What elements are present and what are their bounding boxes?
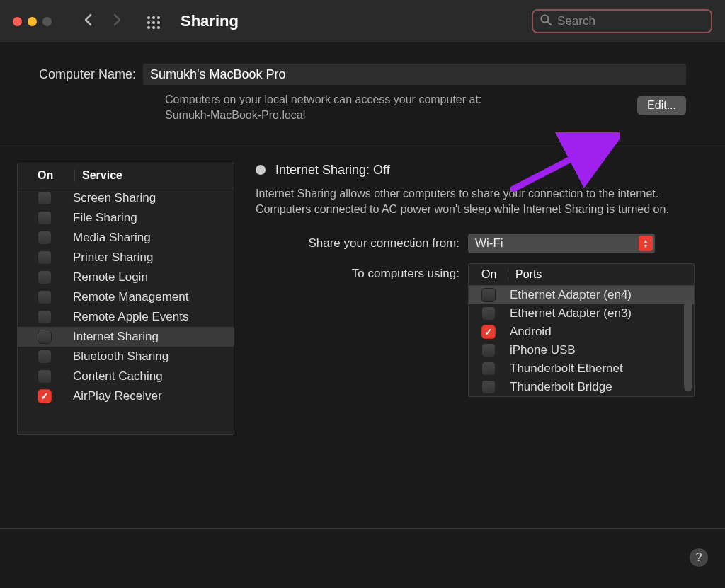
port-label: Ethernet Adapter (en3) [496,306,632,321]
svg-point-3 [147,21,150,24]
service-label: Content Caching [52,369,163,384]
to-computers-label: To computers using: [256,263,468,281]
service-row[interactable]: Bluetooth Sharing [18,347,234,367]
service-checkbox[interactable] [38,250,52,265]
service-checkbox[interactable] [38,350,52,364]
port-checkbox[interactable] [481,380,496,394]
service-row[interactable]: File Sharing [18,208,234,228]
port-row[interactable]: Ethernet Adapter (en4) [469,286,694,304]
service-checkbox[interactable] [38,270,52,284]
main-content: On Service Screen SharingFile SharingMed… [0,163,725,435]
service-checkbox[interactable] [38,191,52,205]
computer-name-section: Computer Name: Computers on your local n… [0,42,725,144]
service-row[interactable]: Content Caching [18,367,234,386]
service-label: Bluetooth Sharing [52,350,169,364]
ports-panel: On Ports Ethernet Adapter (en4)Ethernet … [468,263,695,397]
service-row[interactable]: Remote Login [18,267,234,287]
status-indicator-icon [256,165,266,175]
port-checkbox[interactable] [481,362,496,376]
services-service-header: Service [74,169,122,182]
service-label: Media Sharing [52,231,151,245]
svg-point-8 [157,26,160,29]
port-checkbox[interactable] [481,288,496,302]
port-label: Android [496,325,552,339]
port-label: iPhone USB [496,343,576,357]
svg-point-1 [152,16,155,19]
service-label: AirPlay Receiver [52,389,162,403]
help-button[interactable]: ? [690,548,708,567]
service-label: Remote Management [52,290,188,304]
computer-name-label: Computer Name: [39,67,136,82]
port-row[interactable]: Ethernet Adapter (en3) [469,304,694,323]
ports-on-header: On [469,268,508,281]
window-title: Sharing [181,12,239,30]
services-on-header: On [18,169,74,182]
svg-point-7 [152,26,155,29]
service-checkbox[interactable] [38,330,52,344]
service-row[interactable]: AirPlay Receiver [18,386,234,406]
port-label: Ethernet Adapter (en4) [496,288,632,302]
search-input[interactable] [557,14,704,28]
services-panel: On Service Screen SharingFile SharingMed… [17,163,234,435]
maximize-window-button[interactable] [42,17,52,26]
nav-arrows [84,13,122,30]
port-row[interactable]: Thunderbolt Ethernet [469,359,694,378]
show-all-icon[interactable] [147,13,161,30]
service-checkbox[interactable] [38,231,52,245]
service-checkbox[interactable] [38,369,52,384]
status-description: Internet Sharing allows other computers … [256,186,708,218]
ports-scrollbar[interactable] [684,299,692,391]
port-row[interactable]: Thunderbolt Bridge [469,378,694,396]
status-title: Internet Sharing: Off [275,163,390,178]
select-arrows-icon [639,236,653,251]
forward-button[interactable] [113,13,122,30]
share-from-select[interactable]: Wi-Fi [468,234,655,253]
search-icon [540,14,552,28]
service-label: File Sharing [52,211,137,225]
svg-point-5 [157,21,160,24]
service-label: Remote Login [52,270,148,284]
service-row[interactable]: Internet Sharing [18,327,234,347]
minimize-window-button[interactable] [28,17,37,26]
service-checkbox[interactable] [38,310,52,324]
port-checkbox[interactable] [481,343,496,357]
title-bar: Sharing [0,0,725,42]
service-label: Printer Sharing [52,250,153,265]
service-label: Remote Apple Events [52,310,188,324]
edit-hostname-button[interactable]: Edit... [637,96,686,115]
service-row[interactable]: Media Sharing [18,228,234,248]
service-row[interactable]: Remote Management [18,287,234,307]
service-row[interactable]: Printer Sharing [18,248,234,267]
computer-name-desc-line2: Sumukh-MacBook-Pro.local [165,108,686,123]
svg-point-4 [152,21,155,24]
computer-name-desc-line1: Computers on your local network can acce… [165,92,686,108]
svg-point-6 [147,26,150,29]
service-label: Internet Sharing [52,330,159,344]
svg-point-0 [147,16,150,19]
service-checkbox[interactable] [38,389,52,403]
service-row[interactable]: Remote Apple Events [18,307,234,327]
port-row[interactable]: Android [469,323,694,341]
ports-ports-header: Ports [508,268,542,281]
bottom-divider [0,528,725,529]
service-checkbox[interactable] [38,211,52,225]
service-checkbox[interactable] [38,290,52,304]
search-box[interactable] [532,9,712,33]
port-row[interactable]: iPhone USB [469,341,694,359]
service-label: Screen Sharing [52,191,156,205]
close-window-button[interactable] [13,17,22,26]
back-button[interactable] [84,13,92,30]
computer-name-input[interactable] [143,64,686,85]
share-from-label: Share your connection from: [256,236,468,250]
port-checkbox[interactable] [481,325,496,339]
window-controls [13,17,52,26]
port-label: Thunderbolt Ethernet [496,362,623,376]
service-row[interactable]: Screen Sharing [18,188,234,208]
port-label: Thunderbolt Bridge [496,380,612,394]
section-divider [0,144,725,144]
ports-list: Ethernet Adapter (en4)Ethernet Adapter (… [469,286,694,396]
port-checkbox[interactable] [481,306,496,321]
services-list: Screen SharingFile SharingMedia SharingP… [18,188,234,434]
svg-line-10 [548,22,552,25]
share-from-value: Wi-Fi [475,236,503,250]
